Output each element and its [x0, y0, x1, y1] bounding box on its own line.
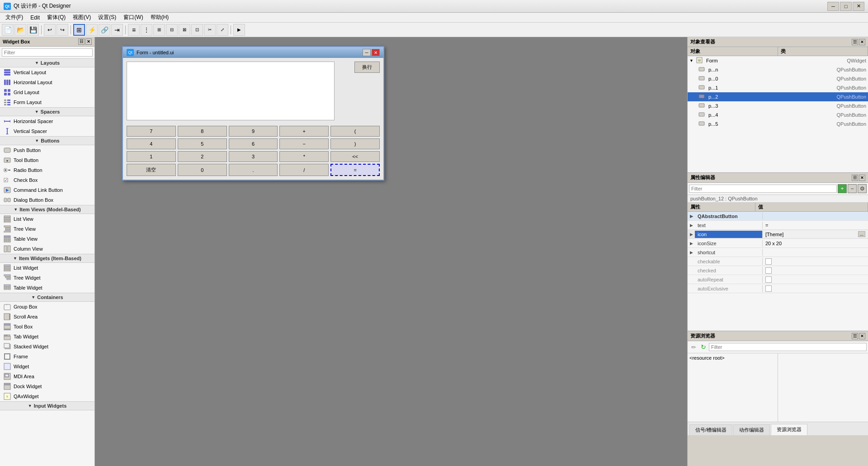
prop-value-checked[interactable]	[763, 266, 868, 275]
widget-column-view[interactable]: Column View	[0, 244, 94, 254]
obj-row-p0[interactable]: p...0 QPushButton	[688, 74, 868, 83]
obj-inspector-btns[interactable]: ☷ ✕	[852, 39, 865, 45]
form-minimize-btn[interactable]: ─	[363, 49, 371, 56]
obj-inspector-pin[interactable]: ☷	[852, 39, 858, 45]
section-input-widgets[interactable]: ▼ Input Widgets	[0, 401, 94, 410]
resource-browser-close[interactable]: ✕	[859, 333, 865, 339]
obj-row-p4[interactable]: p...4 QPushButton	[688, 110, 868, 119]
widget-h-spacer[interactable]: Horizontal Spacer	[0, 116, 94, 126]
minimize-button[interactable]: ─	[827, 2, 839, 11]
calc-minus[interactable]: −	[279, 138, 329, 149]
calc-2[interactable]: 2	[178, 151, 227, 162]
widget-dock-widget[interactable]: Dock Widget	[0, 381, 94, 391]
maximize-button[interactable]: □	[840, 2, 852, 11]
prop-remove-btn[interactable]: −	[848, 184, 857, 193]
menu-file[interactable]: 文件(F)	[2, 13, 27, 22]
text-expand[interactable]: ▶	[688, 223, 695, 228]
menu-settings[interactable]: 设置(S)	[94, 13, 120, 22]
widget-tree-view[interactable]: Tree View	[0, 224, 94, 234]
close-button[interactable]: ✕	[853, 2, 864, 11]
tb-layout-grid[interactable]: ⊞	[153, 24, 165, 36]
obj-row-pn[interactable]: p...n QPushButton	[688, 65, 868, 74]
prop-add-btn[interactable]: +	[838, 184, 847, 193]
calc-divide[interactable]: /	[279, 164, 329, 176]
widget-qaxwidget[interactable]: X QAxWidget	[0, 391, 94, 401]
obj-row-p3[interactable]: p...3 QPushButton	[688, 101, 868, 110]
form-title-btns[interactable]: ─ ✕	[363, 49, 380, 56]
calc-back[interactable]: <<	[330, 151, 380, 162]
tb-layout-h[interactable]: ≡	[128, 24, 140, 36]
tb-save[interactable]: 💾	[27, 24, 39, 36]
tb-layout-v[interactable]: ⋮	[141, 24, 152, 36]
menu-help[interactable]: 帮助(H)	[147, 13, 173, 22]
section-item-widgets[interactable]: ▼ Item Widgets (Item-Based)	[0, 254, 94, 263]
widget-check-box[interactable]: ✓ Check Box	[0, 175, 94, 185]
icon-expand[interactable]: ▶	[688, 232, 695, 237]
widget-list-view[interactable]: List View	[0, 214, 94, 224]
prop-value-shortcut[interactable]	[763, 252, 868, 253]
widget-mdi-area[interactable]: MDI Area	[0, 371, 94, 381]
calc-8[interactable]: 8	[178, 126, 227, 137]
calc-dot[interactable]: .	[229, 164, 278, 176]
tb-layout-form[interactable]: ⊟	[166, 24, 178, 36]
widget-push-button[interactable]: Push Button	[0, 145, 94, 155]
widget-box-header-buttons[interactable]: ☷ ✕	[78, 38, 92, 45]
calc-plus[interactable]: +	[279, 126, 329, 137]
widget-vertical-layout[interactable]: Vertical Layout	[0, 67, 94, 77]
tb-widget-editor[interactable]: ⊞	[73, 24, 85, 36]
iconsize-expand[interactable]: ▶	[688, 241, 695, 246]
shortcut-expand[interactable]: ▶	[688, 250, 695, 255]
res-refresh-btn[interactable]: ↻	[699, 342, 708, 352]
section-spacers[interactable]: ▼ Spacers	[0, 107, 94, 116]
calc-open-paren[interactable]: (	[330, 126, 380, 137]
obj-row-p5[interactable]: p...5 QPushButton	[688, 119, 868, 128]
widget-box-pin[interactable]: ☷	[78, 38, 85, 45]
widget-tool-box[interactable]: Tool Box	[0, 322, 94, 332]
tb-tab-order[interactable]: ⇥	[111, 24, 123, 36]
res-edit-btn[interactable]: ✏	[689, 342, 698, 352]
widget-table-widget[interactable]: Table Widget	[0, 283, 94, 293]
prop-value-checkable[interactable]	[763, 257, 868, 266]
widget-tab-widget[interactable]: Tab Widget	[0, 332, 94, 342]
tab-action-editor[interactable]: 动作编辑器	[733, 424, 770, 435]
widget-horizontal-layout[interactable]: Horizontal Layout	[0, 77, 94, 87]
widget-scroll-area[interactable]: Scroll Area	[0, 312, 94, 322]
widget-box-close[interactable]: ✕	[85, 38, 92, 45]
huanhang-button[interactable]: 换行	[354, 62, 380, 73]
prop-value-autoexclusive[interactable]	[763, 285, 868, 293]
prop-editor-close[interactable]: ✕	[859, 175, 865, 181]
widget-tree-widget[interactable]: Tree Widget	[0, 273, 94, 283]
prop-filter-input[interactable]	[689, 185, 837, 193]
widget-frame[interactable]: Frame	[0, 352, 94, 361]
obj-row-form[interactable]: ▼ W Form QWidget	[688, 56, 868, 65]
tb-buddy[interactable]: 🔗	[99, 24, 110, 36]
tb-preview[interactable]: ▶	[233, 24, 245, 36]
tb-new[interactable]: 📄	[2, 24, 14, 36]
calc-equals[interactable]: =	[330, 164, 380, 176]
widget-table-view[interactable]: Table View	[0, 234, 94, 244]
tb-layout-splitter-h[interactable]: ⊠	[179, 24, 190, 36]
calc-close-paren[interactable]: )	[330, 138, 380, 149]
autoexclusive-checkbox[interactable]	[765, 285, 772, 292]
menu-view[interactable]: 视图(V)	[69, 13, 94, 22]
prop-settings-btn[interactable]: ⚙	[858, 184, 867, 193]
widget-form-layout[interactable]: Form Layout	[0, 97, 94, 107]
widget-cmd-link-btn[interactable]: ▶ Command Link Button	[0, 185, 94, 195]
section-buttons[interactable]: ▼ Buttons	[0, 136, 94, 145]
prop-editor-pin[interactable]: ☷	[852, 175, 858, 181]
calc-6[interactable]: 6	[229, 138, 278, 149]
tab-resource-browser[interactable]: 资源浏览器	[771, 424, 807, 435]
obj-row-p2[interactable]: p...2 QPushButton	[688, 92, 868, 101]
tb-adjust-size[interactable]: ⤢	[217, 24, 228, 36]
widget-stacked-widget[interactable]: Stacked Widget	[0, 342, 94, 352]
section-item-views[interactable]: ▼ Item Views (Model-Based)	[0, 205, 94, 214]
widget-widget[interactable]: Widget	[0, 361, 94, 371]
obj-row-p1[interactable]: p...1 QPushButton	[688, 83, 868, 92]
calc-7[interactable]: 7	[127, 126, 176, 137]
canvas-area[interactable]: Qt Form - untitled.ui ─ ✕ 换行 7 8	[95, 37, 687, 466]
tb-open[interactable]: 📂	[14, 24, 26, 36]
prop-value-icon[interactable]: [Theme] ...	[763, 230, 868, 238]
obj-inspector-close[interactable]: ✕	[859, 39, 865, 45]
calc-clear[interactable]: 清空	[127, 164, 176, 176]
widget-v-spacer[interactable]: Vertical Spacer	[0, 126, 94, 136]
